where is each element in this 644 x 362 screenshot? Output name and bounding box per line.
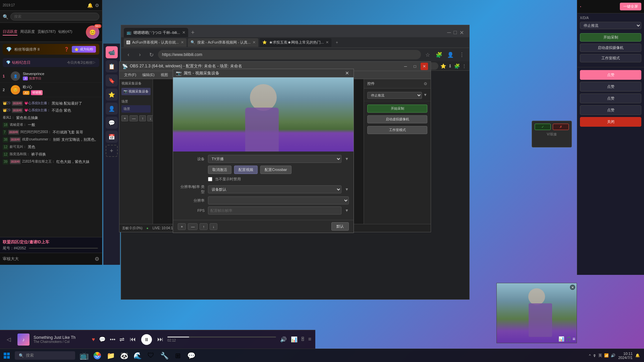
- obs-menu-view[interactable]: 视图: [158, 71, 171, 78]
- toolbar-icon-history[interactable]: 📋: [106, 60, 118, 72]
- cancel-activate-btn[interactable]: 取消激活: [208, 166, 231, 174]
- acfun-icon-1[interactable]: ⭐: [440, 63, 446, 69]
- obs-menu-edit[interactable]: 编辑(E): [140, 71, 157, 78]
- obs-close-btn[interactable]: ✕: [421, 63, 428, 70]
- virtual-cam-btn[interactable]: 启动虚拟摄像机: [367, 115, 427, 123]
- toolbar-icon-person[interactable]: 👤: [106, 103, 118, 115]
- taskbar-apps-icon[interactable]: ⊞: [172, 350, 184, 362]
- down-tool-btn[interactable]: ↓: [210, 223, 218, 230]
- acfun-tab-close-3[interactable]: ✕: [326, 40, 329, 45]
- pause-btn[interactable]: ⏸: [141, 334, 152, 345]
- mic-icon[interactable]: 🎙: [593, 354, 596, 358]
- settings-icon[interactable]: ⚙: [95, 256, 99, 262]
- mini-icon-1[interactable]: 📊: [558, 336, 564, 342]
- taskbar-edge-icon[interactable]: 🌊: [131, 350, 144, 362]
- music-heart-btn[interactable]: ♥: [92, 337, 95, 343]
- refresh-button[interactable]: ↻: [147, 50, 156, 59]
- volume-icon[interactable]: 🔊: [611, 353, 615, 358]
- music-comment-btn[interactable]: 💬: [99, 336, 106, 343]
- default-btn[interactable]: 默认: [331, 222, 349, 231]
- acfun-tab-2[interactable]: 🔍 搜索 - AcFun弹幕视频网 - 认真... ✕: [188, 38, 259, 47]
- volume-icon[interactable]: 🔊: [280, 336, 287, 343]
- mini-icon-3[interactable]: ≡: [573, 336, 575, 342]
- address-bar[interactable]: https://www.bilibili.com: [158, 50, 421, 59]
- start-capture-btn[interactable]: 开始采制: [580, 33, 641, 42]
- add-scene-btn[interactable]: +: [121, 115, 128, 121]
- start-rec-btn[interactable]: 开始采制: [367, 105, 427, 113]
- network-icon[interactable]: 📶: [604, 353, 609, 358]
- fullscreen-btn[interactable]: 一键全屏: [620, 3, 641, 10]
- next-btn[interactable]: ⏭: [157, 336, 163, 343]
- acfun-tab-close-2[interactable]: ✕: [253, 40, 256, 45]
- acfun-tab-3[interactable]: ⭐ ★求投五蕉★网络上常见的热门... ✕: [260, 38, 331, 47]
- close-btn[interactable]: ✕: [460, 29, 464, 36]
- toolbar-icon-star[interactable]: ⭐: [106, 88, 118, 101]
- toolbar-add-button[interactable]: +: [106, 145, 118, 157]
- taskbar-bilibili-icon[interactable]: 📺: [78, 350, 90, 362]
- device-select[interactable]: TY开播: [208, 155, 341, 163]
- tray-arrow[interactable]: ^: [589, 354, 591, 358]
- accept-btn[interactable]: ✓: [535, 124, 551, 130]
- tab-weekly[interactable]: 周话跃度: [20, 29, 35, 36]
- obs-maximize-btn[interactable]: □: [411, 63, 419, 70]
- search-input[interactable]: 搜索: [10, 13, 99, 20]
- obs-minimize-btn[interactable]: ─: [402, 63, 409, 70]
- bookmark-icon[interactable]: ☆: [423, 50, 432, 59]
- taskbar-chrome-icon[interactable]: [91, 350, 103, 362]
- tab-diamond[interactable]: 钻粉(47): [58, 29, 72, 36]
- disable-checkbox[interactable]: [208, 177, 212, 181]
- stream-type-select[interactable]: 停止推流: [580, 22, 641, 29]
- toolbar-icon-calendar[interactable]: 📅: [106, 131, 118, 143]
- acfun-icon-3[interactable]: 🧩: [454, 63, 460, 69]
- back-button[interactable]: ‹: [124, 50, 133, 59]
- action-btn-3[interactable]: 点赞: [580, 94, 641, 103]
- mini-close-btn[interactable]: ✕: [570, 285, 575, 290]
- action-btn-1[interactable]: 点赞: [580, 70, 641, 80]
- maximize-btn[interactable]: □: [453, 29, 457, 36]
- taskbar-search-box[interactable]: 🔍 搜索: [15, 351, 75, 360]
- visualizer-icon[interactable]: 📊: [291, 336, 298, 343]
- lang-indicator[interactable]: 英: [598, 353, 602, 358]
- taskbar-game-icon[interactable]: 🐼: [118, 350, 130, 362]
- fps-select[interactable]: [208, 196, 349, 204]
- acfun-tab-close-1[interactable]: ✕: [181, 40, 184, 45]
- chrome-new-tab-button[interactable]: +: [188, 28, 198, 37]
- vip-button[interactable]: ⭐ 成为钻粉: [72, 46, 96, 53]
- remove-tool-btn[interactable]: —: [188, 223, 198, 230]
- shuffle-btn[interactable]: ⇌: [119, 336, 124, 343]
- progress-bar[interactable]: [167, 337, 276, 338]
- video-source-item[interactable]: 📷 视频采集设备: [121, 88, 151, 95]
- clock[interactable]: 10:11 2024/7/1: [618, 352, 633, 360]
- add-tool-btn[interactable]: +: [178, 223, 186, 230]
- chrome-tab-close-1[interactable]: ✕: [182, 30, 185, 35]
- review-button[interactable]: 审核大大: [3, 256, 19, 262]
- up-scene-btn[interactable]: ↑: [139, 115, 146, 121]
- extensions-icon[interactable]: 🧩: [434, 50, 444, 59]
- tab-daily[interactable]: 日话跃度: [3, 29, 17, 36]
- config-crossbar-btn[interactable]: 配置Crossbar: [260, 166, 291, 174]
- forward-button[interactable]: ›: [135, 50, 145, 59]
- toolbar-icon-chat[interactable]: 💬: [106, 117, 118, 129]
- up-tool-btn[interactable]: ↑: [200, 223, 208, 230]
- obs-panel-settings[interactable]: ⚙: [424, 81, 427, 86]
- action-btn-2[interactable]: 点赞: [580, 82, 641, 92]
- stop-stream-select[interactable]: 停止推流: [367, 92, 422, 99]
- taskbar-security-icon[interactable]: 🛡: [145, 350, 157, 362]
- acfun-icon-4[interactable]: ⋮: [462, 63, 467, 69]
- acfun-tab-1[interactable]: 🅰 AcFun弹幕视网 - 认真你就... ✕: [124, 38, 186, 47]
- dialog-close-btn[interactable]: ✕: [343, 69, 351, 77]
- notification-btn[interactable]: 🔔: [635, 353, 640, 358]
- toolbar-icon-bookmark[interactable]: 🔖: [106, 74, 118, 86]
- prev-btn[interactable]: ⏮: [130, 336, 136, 343]
- scene-item[interactable]: 场景: [121, 105, 151, 113]
- studio-mode-btn[interactable]: 工作室模式: [367, 126, 427, 134]
- chrome-tab-1[interactable]: 📺 嗯嗯嗯嗯( '·')つロ 千杯--bili... ✕: [124, 28, 188, 37]
- config-video-btn[interactable]: 配置视频: [234, 166, 258, 174]
- minimize-btn[interactable]: ─: [447, 29, 451, 36]
- resolution-select[interactable]: 设备默认: [208, 185, 341, 193]
- music-prev-track[interactable]: ◁: [4, 335, 13, 344]
- taskbar-tools-icon[interactable]: 🔧: [158, 350, 170, 362]
- obs-menu-file[interactable]: 文件(F): [121, 71, 139, 78]
- start-button[interactable]: [0, 349, 13, 362]
- menu-icon[interactable]: ⋮: [457, 50, 467, 59]
